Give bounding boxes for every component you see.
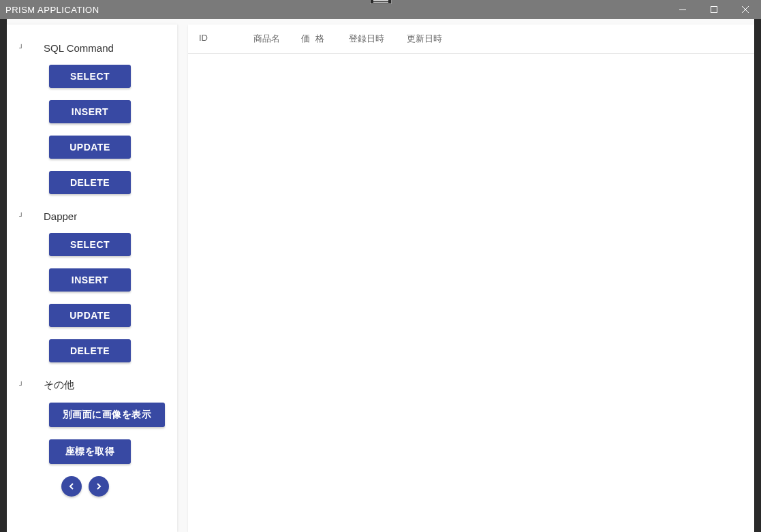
nav-row: [49, 476, 177, 497]
section-title: Dapper: [44, 210, 77, 222]
section-header-dapper[interactable]: ┘ Dapper: [7, 206, 177, 226]
window-controls: [667, 0, 761, 19]
collapse-icon: ┘: [19, 44, 26, 52]
column-header-name[interactable]: 商品名: [253, 33, 301, 45]
maximize-button[interactable]: [698, 0, 730, 19]
section-body: SELECT INSERT UPDATE DELETE: [7, 226, 177, 362]
table-header: ID 商品名 価格 登録日時 更新日時: [188, 25, 754, 54]
column-header-created[interactable]: 登録日時: [349, 33, 407, 45]
collapse-icon: ┘: [19, 381, 26, 389]
section-body: SELECT INSERT UPDATE DELETE: [7, 58, 177, 194]
minimize-button[interactable]: [667, 0, 698, 19]
prev-button[interactable]: [61, 476, 82, 497]
section-dapper: ┘ Dapper SELECT INSERT UPDATE DELETE: [7, 206, 177, 362]
collapse-icon: ┘: [19, 213, 26, 220]
sidebar: ┘ SQL Command SELECT INSERT UPDATE DELET…: [7, 25, 177, 532]
get-coordinates-button[interactable]: 座標を取得: [49, 439, 131, 464]
show-image-button[interactable]: 別画面に画像を表示: [49, 403, 165, 427]
dapper-delete-button[interactable]: DELETE: [49, 339, 131, 362]
svg-rect-1: [711, 7, 717, 13]
section-body: 別画面に画像を表示 座標を取得: [7, 396, 177, 497]
select-button[interactable]: SELECT: [49, 65, 131, 88]
column-header-id[interactable]: ID: [199, 33, 253, 45]
dapper-select-button[interactable]: SELECT: [49, 233, 131, 256]
section-other: ┘ その他 別画面に画像を表示 座標を取得: [7, 375, 177, 497]
dapper-update-button[interactable]: UPDATE: [49, 304, 131, 327]
hamburger-icon[interactable]: [370, 0, 392, 4]
column-header-updated[interactable]: 更新日時: [407, 33, 465, 45]
table-body: [188, 54, 754, 531]
window-title: PRISM APPLICATION: [5, 5, 99, 15]
insert-button[interactable]: INSERT: [49, 100, 131, 123]
titlebar[interactable]: PRISM APPLICATION: [0, 0, 761, 19]
section-header-other[interactable]: ┘ その他: [7, 375, 177, 396]
app-window: PRISM APPLICATION ┘ SQL Command: [0, 0, 761, 532]
main-panel: ID 商品名 価格 登録日時 更新日時: [188, 25, 754, 532]
section-title: SQL Command: [44, 42, 114, 54]
next-button[interactable]: [89, 476, 109, 497]
window-right-edge: [754, 19, 761, 532]
dapper-insert-button[interactable]: INSERT: [49, 268, 131, 292]
section-header-sql-command[interactable]: ┘ SQL Command: [7, 38, 177, 58]
content-area: ┘ SQL Command SELECT INSERT UPDATE DELET…: [0, 19, 761, 532]
section-sql-command: ┘ SQL Command SELECT INSERT UPDATE DELET…: [7, 38, 177, 194]
window-left-edge: [0, 19, 7, 532]
update-button[interactable]: UPDATE: [49, 136, 131, 159]
section-title: その他: [44, 379, 74, 392]
column-header-price[interactable]: 価格: [301, 33, 349, 45]
delete-button[interactable]: DELETE: [49, 171, 131, 194]
close-button[interactable]: [730, 0, 761, 19]
